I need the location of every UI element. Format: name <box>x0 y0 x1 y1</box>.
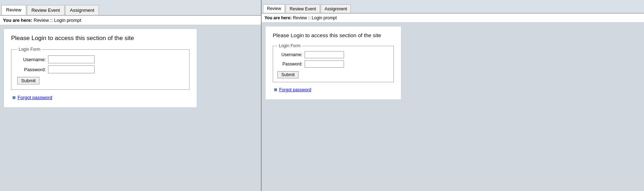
breadcrumb-left: You are here: Review :: Login prompt <box>0 16 261 25</box>
tab-review-event-left[interactable]: Review Event <box>27 5 65 15</box>
username-row-right: Username: <box>277 51 389 58</box>
password-row-left: Password: <box>17 65 183 73</box>
breadcrumb-value-left: Review :: Login prompt <box>34 18 81 23</box>
breadcrumb-right: You are here: Review :: Login prompt <box>262 14 644 23</box>
left-panel: Review Review Event Assignment You are h… <box>0 0 262 191</box>
tab-assignment-right[interactable]: Assignment <box>321 4 351 13</box>
content-area-right: Please Login to access this section of t… <box>262 23 644 191</box>
username-row-left: Username: <box>17 55 183 63</box>
forgot-link-left[interactable]: Forgot password <box>18 95 52 100</box>
forgot-bullet-icon-right <box>274 88 277 91</box>
tab-assignment-left[interactable]: Assignment <box>65 5 99 15</box>
password-label-left: Password: <box>17 67 46 72</box>
login-card-left: Please Login to access this section of t… <box>4 29 197 108</box>
tab-review-right[interactable]: Review <box>263 4 285 13</box>
login-form-left: Login Form Username: Password: Submit <box>11 47 190 90</box>
breadcrumb-prefix-right: You are here: <box>264 15 292 20</box>
username-label-left: Username: <box>17 57 46 62</box>
username-input-left[interactable] <box>48 55 95 63</box>
left-tab-bar: Review Review Event Assignment <box>0 0 261 16</box>
right-tab-bar: Review Review Event Assignment <box>262 0 644 14</box>
login-form-legend-right: Login Form <box>277 43 302 48</box>
breadcrumb-prefix-left: You are here: <box>3 18 32 23</box>
login-title-right: Please Login to access this section of t… <box>273 32 394 38</box>
login-form-legend-left: Login Form <box>17 47 42 52</box>
login-card-right: Please Login to access this section of t… <box>265 26 401 100</box>
tab-review-event-right[interactable]: Review Event <box>286 4 320 13</box>
password-label-right: Password: <box>277 62 302 67</box>
forgot-row-left: Forgot password <box>11 95 190 100</box>
password-input-left[interactable] <box>48 65 95 73</box>
password-row-right: Password: <box>277 60 389 68</box>
login-title-left: Please Login to access this section of t… <box>11 35 190 42</box>
username-input-right[interactable] <box>305 51 344 58</box>
submit-button-right[interactable]: Submit <box>277 71 299 78</box>
breadcrumb-value-right: Review :: Login prompt <box>293 15 337 20</box>
forgot-bullet-icon-left <box>13 96 15 99</box>
password-input-right[interactable] <box>305 60 344 68</box>
username-label-right: Username: <box>277 52 302 57</box>
content-area-left: Please Login to access this section of t… <box>0 25 261 191</box>
login-form-right: Login Form Username: Password: Submit <box>273 43 394 82</box>
submit-button-left[interactable]: Submit <box>17 77 39 84</box>
forgot-link-right[interactable]: Forgot password <box>279 87 311 92</box>
tab-review-left[interactable]: Review <box>1 5 26 15</box>
forgot-row-right: Forgot password <box>273 87 394 92</box>
right-panel: Review Review Event Assignment You are h… <box>262 0 644 191</box>
